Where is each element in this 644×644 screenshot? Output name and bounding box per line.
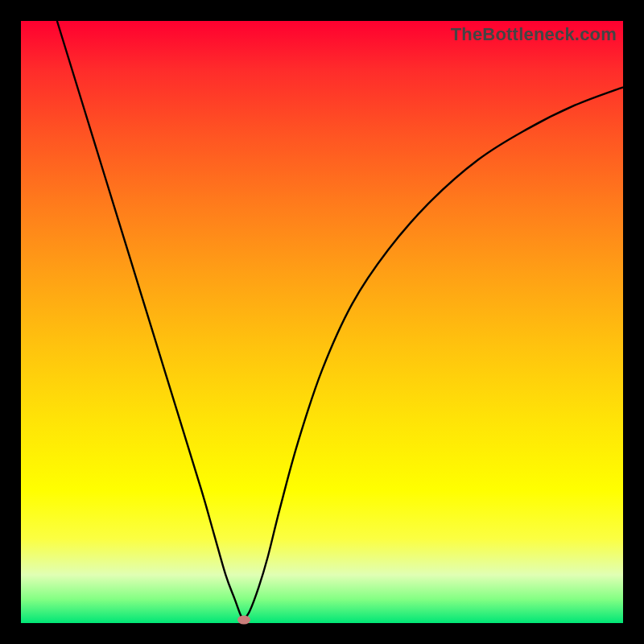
curve-right-branch — [244, 87, 623, 619]
curve-svg — [21, 21, 623, 623]
plot-area: TheBottleneck.com — [21, 21, 623, 623]
minimum-marker — [237, 615, 250, 624]
chart-container: TheBottleneck.com — [0, 0, 644, 644]
curve-left-branch — [57, 21, 244, 620]
